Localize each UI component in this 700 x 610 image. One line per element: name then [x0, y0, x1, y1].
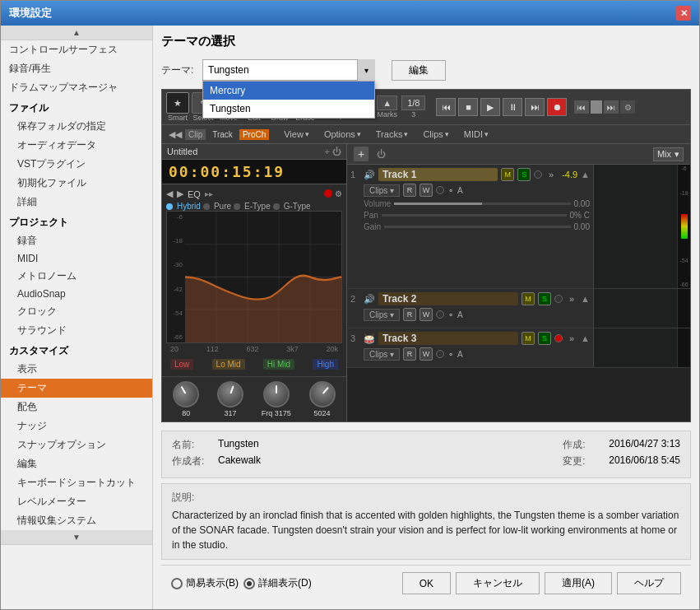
cancel-button[interactable]: キャンセル [456, 572, 540, 594]
sidebar-item-編集[interactable]: 編集 [1, 454, 152, 473]
knob-2[interactable] [214, 377, 248, 411]
track-2-expand-icon[interactable]: ▲ [581, 294, 590, 304]
theme-option-mercury[interactable]: Mercury [203, 81, 374, 100]
track-2-mute-button[interactable]: M [522, 292, 535, 305]
track-1-clips-button[interactable]: Clips ▾ [364, 184, 400, 197]
eq-expand-button[interactable]: ▸▸ [205, 189, 213, 198]
channel-power-button[interactable]: ⏻ [332, 147, 341, 156]
track-3-expand-icon[interactable]: ▲ [581, 333, 590, 343]
add-track-button[interactable]: + [354, 147, 369, 161]
track-1-pan-bar[interactable] [382, 214, 567, 217]
track-2-solo-button[interactable]: S [538, 292, 551, 305]
theme-option-tungsten[interactable]: Tungsten [203, 100, 374, 118]
clips-menu[interactable]: Clips [419, 128, 452, 141]
sidebar-item-VSTプラグイン[interactable]: VSTプラグイン [1, 155, 152, 174]
track-1-write-button[interactable]: W [420, 184, 433, 197]
track-3-mute-button[interactable]: M [522, 332, 535, 345]
sidebar-item-ドラムマップマネージャ[interactable]: ドラムマップマネージャ [1, 78, 152, 97]
eq-active-indicator[interactable] [324, 189, 332, 198]
track-2-write-button[interactable]: W [420, 308, 433, 321]
sidebar-item-メトロノーム[interactable]: メトロノーム [1, 267, 152, 286]
pause-button[interactable]: ⏸ [503, 98, 522, 116]
fast-forward-button[interactable]: ⏭ [525, 98, 545, 116]
mode-gtype[interactable]: G-Type [284, 202, 311, 211]
sidebar-item-詳細[interactable]: 詳細 [1, 193, 152, 212]
track-2-dot[interactable] [554, 295, 563, 303]
track-2-read-button[interactable]: R [403, 308, 416, 321]
rewind-button[interactable]: ⏮ [436, 98, 456, 116]
options-menu[interactable]: Options [320, 128, 365, 141]
track-1-vol-bar[interactable] [394, 203, 570, 205]
close-button[interactable]: ✕ [676, 6, 691, 21]
sidebar-item-配色[interactable]: 配色 [1, 398, 152, 417]
sidebar-item-録音[interactable]: 録音 [1, 231, 152, 250]
track-1-solo-button[interactable]: S [517, 168, 531, 181]
sidebar-item-スナップオプション[interactable]: スナップオプション [1, 435, 152, 454]
track-3-rec-dot[interactable] [554, 334, 563, 342]
mode-pure[interactable]: Pure [214, 202, 231, 211]
play-button[interactable]: ▶ [480, 98, 500, 116]
tracks-menu[interactable]: Tracks [372, 128, 413, 141]
track-1-name[interactable]: Track 1 [378, 168, 498, 181]
hi-mid-band-button[interactable]: Hi Mid [263, 359, 294, 370]
sidebar-item-保存フォルダの指定[interactable]: 保存フォルダの指定 [1, 117, 152, 136]
sidebar-item-ナッジ[interactable]: ナッジ [1, 417, 152, 435]
track-3-read-button[interactable]: R [403, 347, 416, 361]
sidebar-item-レベルメーター[interactable]: レベルメーター [1, 492, 152, 511]
high-band-button[interactable]: High [313, 359, 338, 370]
track-2-clips-button[interactable]: Clips ▾ [364, 309, 400, 321]
mini-prev-button[interactable]: ⏮ [574, 100, 589, 114]
apply-button[interactable]: 適用(A) [545, 572, 612, 594]
eq-prev-button[interactable]: ◀ [166, 189, 173, 199]
track-1-dot-2[interactable] [436, 186, 444, 194]
nav-left[interactable]: ◀◀ [169, 129, 182, 140]
sidebar-item-キーボードショートカット[interactable]: キーボードショートカット [1, 473, 152, 492]
simple-view-radio[interactable]: 簡易表示(B) [171, 576, 239, 590]
track-1-dot-1[interactable] [534, 170, 542, 179]
record-button[interactable]: ⏺ [547, 98, 567, 116]
sidebar-item-初期化ファイル[interactable]: 初期化ファイル [1, 174, 152, 193]
help-button[interactable]: ヘルプ [617, 572, 681, 594]
sidebar-scroll-up[interactable]: ▲ [1, 26, 152, 40]
stop-button[interactable]: ■ [458, 98, 478, 116]
eq-settings-icon[interactable]: ⚙ [335, 189, 342, 198]
sidebar-item-表示[interactable]: 表示 [1, 360, 152, 379]
edit-button[interactable]: 編集 [392, 60, 446, 81]
track-1-expand-icon[interactable]: ▲ [581, 170, 590, 179]
track-3-name[interactable]: Track 3 [378, 332, 518, 345]
track-3-solo-button[interactable]: S [538, 332, 551, 345]
mix-select[interactable]: Mix ▾ [653, 147, 684, 161]
sidebar-item-録音-再生[interactable]: 録音/再生 [1, 59, 152, 78]
track-3-write-button[interactable]: W [420, 347, 433, 361]
sidebar-item-オーディオデータ[interactable]: オーディオデータ [1, 136, 152, 155]
track-1-mute-button[interactable]: M [501, 168, 514, 181]
eq-next-button[interactable]: ▶ [177, 189, 183, 199]
knob-1[interactable] [169, 376, 205, 412]
knob-3[interactable] [263, 381, 290, 407]
view-menu[interactable]: View [280, 128, 313, 141]
sidebar-item-AudioSnap[interactable]: AudioSnap [1, 286, 152, 302]
sidebar-item-MIDI[interactable]: MIDI [1, 250, 152, 267]
mode-hybrid[interactable]: Hybrid [177, 202, 201, 211]
lo-mid-band-button[interactable]: Lo Mid [212, 359, 245, 370]
settings-icon[interactable]: ⚙ [620, 100, 635, 114]
knob-4[interactable] [304, 375, 341, 412]
track-1-read-button[interactable]: R [403, 184, 416, 197]
track-3-clips-button[interactable]: Clips ▾ [364, 348, 400, 361]
sidebar-item-情報収集システム[interactable]: 情報収集システム [1, 511, 152, 530]
track-1-gain-bar[interactable] [384, 226, 570, 228]
sidebar-item-テーマ[interactable]: テーマ [1, 379, 152, 398]
theme-dropdown[interactable]: Tungsten [202, 59, 375, 81]
smart-tool-button[interactable]: ★ [166, 92, 189, 114]
track-3-dot[interactable] [436, 350, 444, 358]
sidebar-item-クロック[interactable]: クロック [1, 302, 152, 321]
detail-view-radio[interactable]: 詳細表示(D) [243, 576, 312, 590]
ok-button[interactable]: OK [402, 572, 451, 594]
mini-next-button[interactable]: ⏭ [604, 100, 619, 114]
marks-value-display[interactable]: 1/8 [401, 95, 425, 110]
sidebar-item-サラウンド[interactable]: サラウンド [1, 321, 152, 340]
midi-menu[interactable]: MIDI [460, 128, 493, 141]
power-track-button[interactable]: ⏻ [377, 149, 386, 159]
low-band-button[interactable]: Low [170, 359, 193, 370]
sidebar-item-コントロールサーフェス[interactable]: コントロールサーフェス [1, 40, 152, 59]
